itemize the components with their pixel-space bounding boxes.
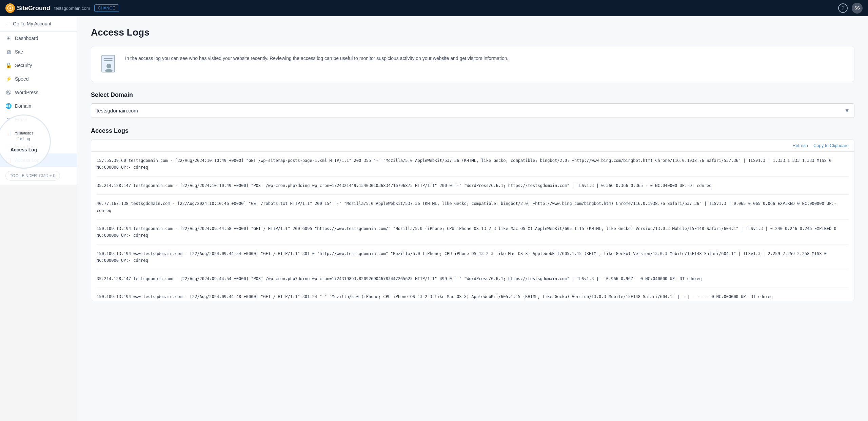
go-to-account-link[interactable]: ← Go To My Account <box>0 16 77 31</box>
sidebar-item-domain[interactable]: 🌐 Domain <box>0 99 77 113</box>
domain-select[interactable]: testsgdomain.com <box>91 103 854 118</box>
main-content: Access Logs In the access log you can se… <box>77 16 868 421</box>
sidebar-item-security[interactable]: 🔒 Security <box>0 59 77 72</box>
sidebar-item-dashboard[interactable]: ⊞ Dashboard <box>0 31 77 45</box>
info-description: In the access log you can see who has vi… <box>125 55 508 62</box>
domain-select-wrapper: testsgdomain.com ▼ <box>91 103 854 118</box>
log-entry: 150.109.13.194 www.testsgdomain.com - [2… <box>97 250 849 270</box>
sidebar-label-site: Site <box>15 49 23 55</box>
svg-rect-2 <box>104 58 113 59</box>
file-text-icon: 📋 <box>5 157 12 163</box>
logo-text: SiteGround <box>17 5 50 12</box>
sidebar-item-wordpress[interactable]: Ⓦ WordPress <box>0 86 77 99</box>
grid-icon: ⊞ <box>5 35 12 41</box>
sidebar-label-domain: Domain <box>15 103 31 109</box>
log-entry: 40.77.167.138 testsgdomain.com - [22/Aug… <box>97 200 849 220</box>
svg-point-4 <box>106 64 111 68</box>
sidebar-item-site[interactable]: 🖥 Site <box>0 45 77 59</box>
zap-icon: ⚡ <box>5 76 12 82</box>
wp-icon: Ⓦ <box>5 89 12 96</box>
back-arrow-icon: ← <box>5 21 10 26</box>
sidebar-label-error-log: Error Log <box>15 144 35 149</box>
copy-to-clipboard-button[interactable]: Copy to Clipboard <box>813 143 849 148</box>
sidebar-label-statistics: Statistics <box>15 130 34 136</box>
file-icon: 📄 <box>5 144 12 150</box>
sidebar-item-error-log[interactable]: 📄 Error Log <box>0 140 77 153</box>
go-to-account-label: Go To My Account <box>13 21 51 26</box>
sidebar-label-dashboard: Dashboard <box>15 36 38 41</box>
document-person-icon <box>100 55 117 73</box>
access-logs-section: Access Logs Refresh Copy to Clipboard 15… <box>91 127 854 301</box>
logs-content[interactable]: 157.55.39.60 testsgdomain.com - [22/Aug/… <box>91 152 854 301</box>
lock-icon: 🔒 <box>5 62 12 68</box>
sidebar-label-wordpress: WordPress <box>15 90 38 95</box>
log-entry: 150.109.13.194 testsgdomain.com - [22/Au… <box>97 225 849 245</box>
tool-finder-button[interactable]: TOOL FINDER CMD + K <box>5 171 60 181</box>
log-entry: 35.214.128.147 testsgdomain.com - [22/Au… <box>97 275 849 288</box>
avatar[interactable]: SS <box>852 3 863 14</box>
sidebar-label-email: Email <box>15 117 27 122</box>
select-domain-title: Select Domain <box>91 91 854 99</box>
sidebar-item-access-log[interactable]: 📋 Access Log <box>0 153 77 167</box>
sidebar-item-email[interactable]: ✉ Email <box>0 113 77 126</box>
sidebar-label-access-log: Access Log <box>15 157 39 163</box>
log-entry: 35.214.128.147 testsgdomain.com - [22/Au… <box>97 182 849 195</box>
info-icon-wrap <box>99 55 118 73</box>
svg-rect-3 <box>104 60 113 61</box>
page-title: Access Logs <box>91 27 854 38</box>
help-icon[interactable]: ? <box>838 3 848 13</box>
log-entry: 157.55.39.60 testsgdomain.com - [22/Aug/… <box>97 157 849 177</box>
svg-point-5 <box>105 69 113 72</box>
log-entry: 150.109.13.194 www.testsgdomain.com - [2… <box>97 293 849 300</box>
sidebar-label-security: Security <box>15 63 32 68</box>
access-logs-title: Access Logs <box>91 127 854 134</box>
globe-icon: 🌐 <box>5 103 12 109</box>
logo-icon <box>5 3 15 13</box>
logs-panel: Refresh Copy to Clipboard 157.55.39.60 t… <box>91 139 854 301</box>
monitor-icon: 🖥 <box>5 49 12 55</box>
sidebar: ← Go To My Account ⊞ Dashboard 🖥 Site 🔒 … <box>0 16 77 185</box>
logs-toolbar: Refresh Copy to Clipboard <box>91 140 854 152</box>
tool-finder-label: TOOL FINDER <box>10 173 37 178</box>
sidebar-item-speed[interactable]: ⚡ Speed <box>0 72 77 86</box>
current-domain: testsgdomain.com <box>54 6 90 11</box>
tool-finder-shortcut: CMD + K <box>39 173 56 178</box>
select-domain-section: Select Domain testsgdomain.com ▼ <box>91 91 854 118</box>
sidebar-label-speed: Speed <box>15 76 28 82</box>
change-domain-button[interactable]: CHANGE <box>94 4 119 12</box>
top-navigation: SiteGround testsgdomain.com CHANGE ? SS <box>0 0 868 16</box>
logo[interactable]: SiteGround <box>5 3 50 13</box>
refresh-button[interactable]: Refresh <box>792 143 808 148</box>
sidebar-item-statistics[interactable]: 📊 Statistics <box>0 126 77 140</box>
email-icon: ✉ <box>5 117 12 123</box>
chart-icon: 📊 <box>5 130 12 136</box>
info-box: In the access log you can see who has vi… <box>91 46 854 82</box>
